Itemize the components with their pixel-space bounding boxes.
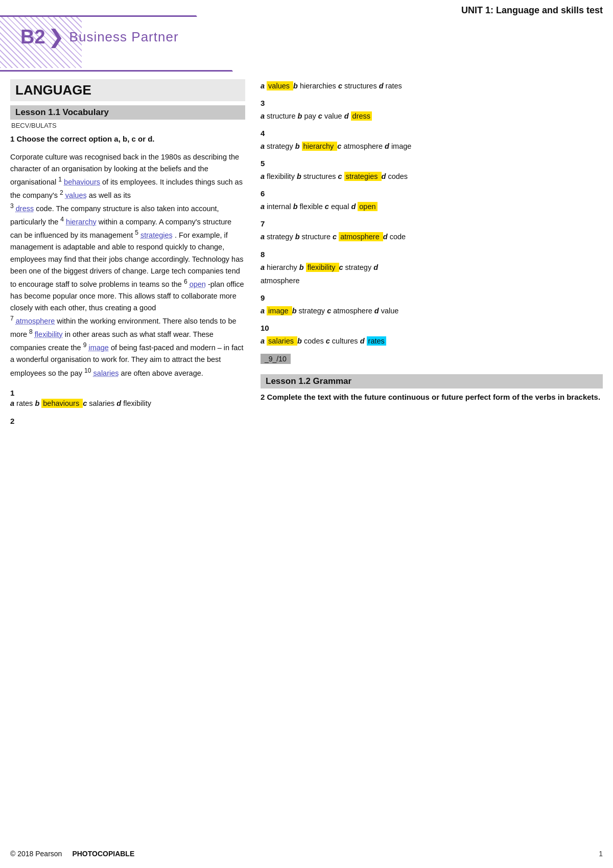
q10-options: a salaries b codes c cultures d rates: [261, 334, 603, 348]
q5-opt-a: flexibility: [267, 172, 295, 180]
left-column: LANGUAGE Lesson 1.1 Vocabulary BECV/BULA…: [10, 79, 245, 427]
q1-opt-a-label: a: [10, 399, 14, 407]
q2-options: a values b hierarchies c structures d ra…: [261, 79, 603, 93]
q6-opt-c: equal: [331, 202, 351, 211]
footer-left: © 2018 Pearson PHOTOCOPIABLE: [10, 850, 134, 858]
blank7-num: 7: [10, 315, 14, 322]
blank5: strategies: [140, 231, 173, 239]
q9-opt-d: value: [381, 307, 399, 315]
passage: Corporate culture was recognised back in…: [10, 151, 245, 379]
q10-opt-a: salaries: [267, 336, 297, 346]
lesson-header: Lesson 1.1 Vocabulary: [10, 105, 245, 120]
right-column: a values b hierarchies c structures d ra…: [261, 79, 603, 427]
lesson-grammar-header: Lesson 1.2 Grammar: [261, 374, 603, 389]
q1-opt-b: behaviours: [41, 399, 83, 408]
blank2-num: 2: [60, 189, 63, 196]
q4-opt-a: strategy: [267, 142, 295, 150]
blank9-num: 9: [83, 341, 87, 349]
q2-opt-c: structures: [344, 82, 379, 90]
q9-opt-a: image: [267, 306, 292, 315]
copyright: © 2018 Pearson: [10, 850, 62, 858]
lesson-code: BECV/BULATS: [10, 122, 245, 129]
footer-page: 1: [599, 850, 603, 858]
q3-opt-d: dress: [351, 111, 372, 121]
score-box: _9_/10: [261, 354, 291, 364]
blank7: atmosphere: [16, 317, 55, 325]
q4-options: a strategy b hierarchy c atmosphere d im…: [261, 140, 603, 153]
q8-options: a hierarchy b flexibility c strategy d a…: [261, 261, 603, 287]
q4-number: 4: [261, 129, 603, 138]
q3-opt-a: structure: [267, 112, 297, 120]
blank3-num: 3: [10, 202, 14, 210]
blank9: image: [88, 344, 109, 352]
q3-opt-c: value: [324, 112, 344, 120]
q5-number: 5: [261, 159, 603, 168]
q4-opt-c: atmosphere: [343, 142, 385, 150]
q9-options: a image b strategy c atmosphere d value: [261, 304, 603, 317]
q8-opt-a: hierarchy: [267, 263, 299, 271]
blank2: values: [65, 191, 87, 199]
q7-opt-b: structure: [302, 233, 333, 241]
q1-opt-d: flexibility: [123, 399, 151, 407]
q10-opt-c: cultures: [332, 337, 360, 345]
q7-opt-c: atmosphere: [339, 232, 383, 241]
q10-opt-b: codes: [304, 337, 326, 345]
q7-number: 7: [261, 219, 603, 228]
blank4-num: 4: [60, 216, 64, 223]
blank5-num: 5: [135, 229, 138, 236]
blank6: open: [190, 280, 206, 288]
passage-mid2: as well as its: [89, 191, 131, 199]
q8-opt-d: atmosphere: [261, 277, 300, 285]
q5-options: a flexibility b structures c strategies …: [261, 170, 603, 183]
q2-opt-d: rates: [386, 82, 402, 90]
q2-opt-b: hierarchies: [300, 82, 336, 90]
q5-opt-d: codes: [388, 172, 408, 180]
q5-opt-c: strategies: [344, 172, 382, 181]
passage-mid10: are often above average.: [121, 369, 203, 377]
exercise2-title: 2 Complete the text with the future cont…: [261, 393, 603, 401]
q6-number: 6: [261, 189, 603, 198]
logo-text: Business Partner: [69, 29, 179, 45]
q8-opt-b: flexibility: [306, 263, 339, 272]
q1-opt-a: rates: [16, 399, 35, 407]
blank8-num: 8: [29, 328, 33, 335]
q3-options: a structure b pay c value d dress: [261, 109, 603, 123]
q10-opt-d: rates: [367, 336, 386, 346]
section-title: LANGUAGE: [10, 79, 245, 101]
q4-opt-b: hierarchy: [302, 142, 338, 151]
q6-opt-d: open: [358, 202, 377, 211]
q6-opt-a: internal: [267, 202, 293, 211]
unit-title: UNIT 1: Language and skills test: [461, 5, 603, 16]
q8-number: 8: [261, 250, 603, 259]
exercise1-title: 1 Choose the correct option a, b, c or d…: [10, 134, 245, 143]
blank10: salaries: [93, 369, 119, 377]
blank4: hierarchy: [66, 218, 97, 226]
q2-number: 2: [10, 417, 245, 425]
photocopiable: PHOTOCOPIABLE: [72, 850, 134, 858]
q1-options: a rates b behaviours c salaries d flexib…: [10, 399, 245, 407]
q5-opt-b: structures: [303, 172, 338, 180]
q1-number: 1: [10, 389, 245, 397]
blank3: dress: [16, 204, 34, 213]
q9-opt-c: atmosphere: [333, 307, 374, 315]
footer: © 2018 Pearson PHOTOCOPIABLE 1: [10, 850, 603, 858]
q1-opt-c: salaries: [89, 399, 116, 407]
logo-area: B2 ❯ Business Partner: [0, 15, 245, 72]
q3-number: 3: [261, 99, 603, 107]
q8-opt-c: strategy: [345, 263, 374, 271]
q4-opt-d: image: [391, 142, 412, 150]
q2-opt-a: values: [267, 81, 293, 90]
q6-opt-b: flexible: [300, 202, 325, 211]
q7-opt-a: strategy: [267, 233, 295, 241]
q7-options: a strategy b structure c atmosphere d co…: [261, 230, 603, 243]
q9-opt-b: strategy: [299, 307, 327, 315]
blank10-num: 10: [84, 367, 91, 374]
main-content: LANGUAGE Lesson 1.1 Vocabulary BECV/BULA…: [0, 79, 613, 427]
q10-number: 10: [261, 324, 603, 332]
q1-opt-c-label: c: [83, 399, 87, 407]
q7-opt-d: code: [390, 233, 406, 241]
q6-options: a internal b flexible c equal d open: [261, 200, 603, 213]
blank8: flexibility: [35, 330, 63, 338]
logo-arrow: ❯: [48, 26, 64, 48]
q1-opt-b-label: b: [35, 399, 39, 407]
